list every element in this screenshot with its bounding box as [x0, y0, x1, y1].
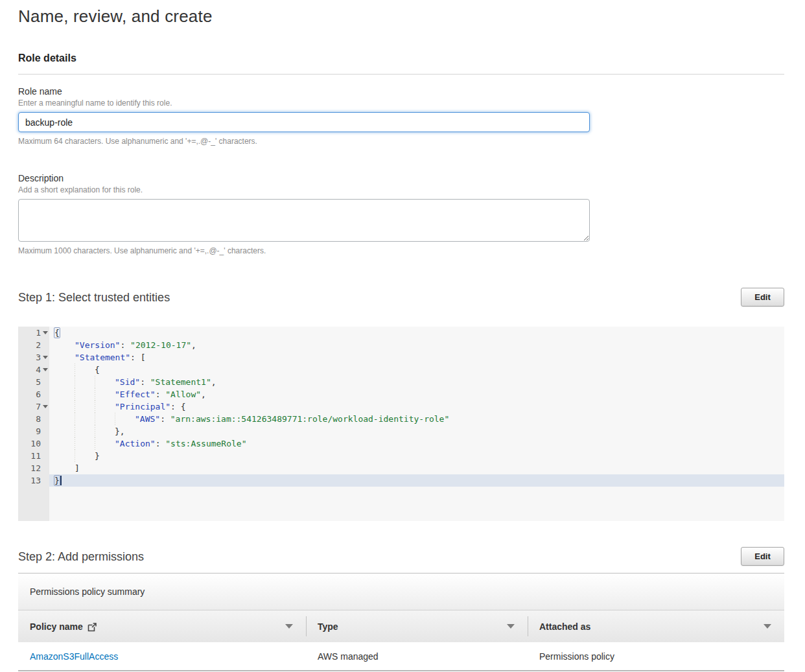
- role-name-input[interactable]: [18, 112, 590, 132]
- column-header-policy-name[interactable]: Policy name: [18, 610, 306, 642]
- description-field: Description Add a short explanation for …: [18, 173, 784, 255]
- code-line[interactable]: "Principal": {: [49, 400, 784, 413]
- description-label: Description: [18, 173, 784, 183]
- description-constraint: Maximum 1000 characters. Use alphanumeri…: [18, 246, 784, 255]
- permissions-table-header: Policy name Type Atta: [18, 610, 784, 642]
- type-filter-icon[interactable]: [507, 624, 515, 629]
- role-name-label: Role name: [18, 86, 784, 97]
- line-number: 10: [18, 437, 49, 450]
- step2-header-row: Step 2: Add permissions Edit: [18, 547, 784, 566]
- policy-name-filter-icon[interactable]: [285, 624, 293, 629]
- permissions-summary-panel: Permissions policy summary Policy name: [18, 573, 784, 671]
- line-number: 1: [18, 327, 49, 339]
- code-line[interactable]: "Sid": "Statement1",: [49, 376, 784, 388]
- text-cursor: [60, 476, 62, 485]
- page-title: Name, review, and create: [18, 6, 784, 27]
- step2-edit-button[interactable]: Edit: [741, 547, 784, 566]
- step1-header-row: Step 1: Select trusted entities Edit: [18, 288, 784, 307]
- table-row: AmazonS3FullAccess AWS managed Permissio…: [18, 642, 784, 671]
- attached-as-cell: Permissions policy: [528, 651, 784, 662]
- line-number: 6: [18, 388, 49, 400]
- line-number: 13: [18, 474, 49, 487]
- description-input[interactable]: [18, 199, 590, 242]
- editor-line-number-gutter: 12345678910111213: [18, 327, 49, 521]
- policy-name-link[interactable]: AmazonS3FullAccess: [30, 651, 118, 662]
- code-line[interactable]: "Action": "sts:AssumeRole": [49, 437, 784, 450]
- code-line[interactable]: "Version": "2012-10-17",: [49, 339, 784, 351]
- attached-as-column-label: Attached as: [539, 621, 590, 632]
- code-line[interactable]: },: [49, 425, 784, 437]
- fold-caret-icon[interactable]: [43, 331, 48, 334]
- column-header-type[interactable]: Type: [306, 610, 528, 642]
- role-details-heading: Role details: [18, 52, 784, 64]
- code-line[interactable]: "Effect": "Allow",: [49, 388, 784, 400]
- step1-edit-button[interactable]: Edit: [741, 288, 784, 307]
- line-number: 12: [18, 462, 49, 474]
- role-name-constraint: Maximum 64 characters. Use alphanumeric …: [18, 137, 784, 146]
- name-review-create-page: Name, review, and create Role details Ro…: [0, 0, 805, 671]
- policy-type-cell: AWS managed: [306, 651, 528, 662]
- role-name-help: Enter a meaningful name to identify this…: [18, 98, 784, 108]
- line-number: 4: [18, 364, 49, 376]
- type-column-label: Type: [318, 621, 338, 632]
- line-number: 7: [18, 400, 49, 413]
- code-line[interactable]: {: [49, 364, 784, 376]
- external-link-icon: [88, 623, 97, 632]
- line-number: 9: [18, 425, 49, 437]
- attached-as-filter-icon[interactable]: [764, 624, 771, 629]
- step1-heading: Step 1: Select trusted entities: [18, 288, 170, 305]
- line-number: 5: [18, 376, 49, 388]
- code-line[interactable]: "Statement": [: [49, 351, 784, 364]
- fold-caret-icon[interactable]: [43, 356, 48, 359]
- role-name-field: Role name Enter a meaningful name to ide…: [18, 86, 784, 146]
- code-line[interactable]: "AWS": "arn:aws:iam::541263489771:role/w…: [49, 413, 784, 425]
- column-header-attached-as[interactable]: Attached as: [528, 610, 784, 642]
- editor-code-area[interactable]: {"Version": "2012-10-17","Statement": [{…: [49, 327, 784, 521]
- line-number: 8: [18, 413, 49, 425]
- line-number: 2: [18, 339, 49, 351]
- step2-heading: Step 2: Add permissions: [18, 547, 144, 564]
- description-help: Add a short explanation for this role.: [18, 185, 784, 194]
- code-line[interactable]: }: [49, 474, 784, 487]
- policy-document-editor[interactable]: 12345678910111213 {"Version": "2012-10-1…: [18, 327, 784, 521]
- line-number: 11: [18, 450, 49, 462]
- code-line[interactable]: {: [49, 327, 784, 339]
- policy-name-column-label: Policy name: [30, 621, 83, 632]
- line-number: 3: [18, 351, 49, 364]
- fold-caret-icon[interactable]: [43, 405, 48, 408]
- fold-caret-icon[interactable]: [43, 368, 48, 371]
- code-line[interactable]: }: [49, 450, 784, 462]
- code-line[interactable]: ]: [49, 462, 784, 474]
- permissions-panel-title: Permissions policy summary: [18, 574, 784, 610]
- role-details-divider: [18, 74, 784, 75]
